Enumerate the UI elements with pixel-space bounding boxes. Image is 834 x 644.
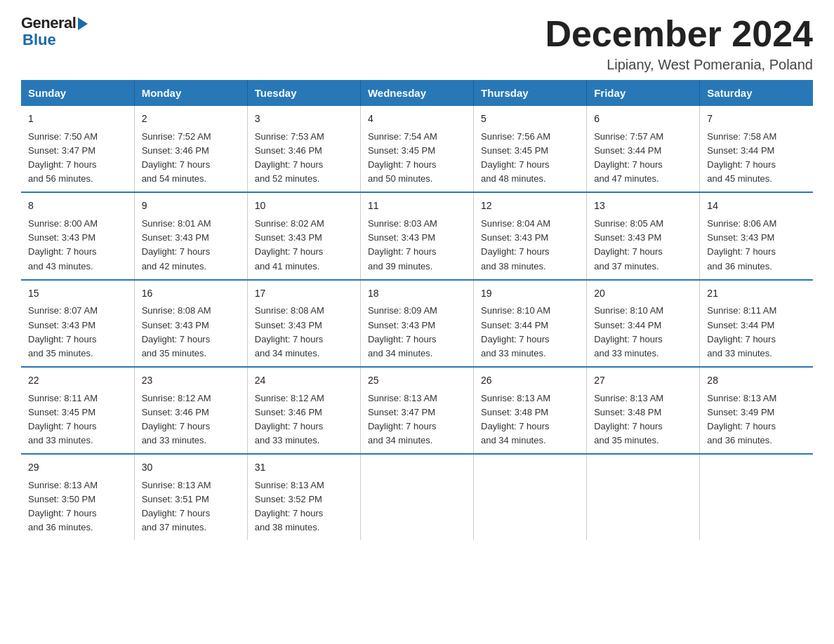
day-info: Sunrise: 7:54 AMSunset: 3:45 PMDaylight:… <box>368 131 437 184</box>
calendar-cell: 14Sunrise: 8:06 AMSunset: 3:43 PMDayligh… <box>700 192 813 279</box>
day-info: Sunrise: 8:08 AMSunset: 3:43 PMDaylight:… <box>255 305 324 358</box>
day-info: Sunrise: 7:52 AMSunset: 3:46 PMDaylight:… <box>142 131 211 184</box>
col-header-thursday: Thursday <box>474 80 587 106</box>
col-header-wednesday: Wednesday <box>360 80 473 106</box>
logo-blue-text: Blue <box>22 31 56 49</box>
col-header-saturday: Saturday <box>700 80 813 106</box>
day-info: Sunrise: 8:09 AMSunset: 3:43 PMDaylight:… <box>368 305 437 358</box>
day-number: 17 <box>255 286 353 302</box>
day-info: Sunrise: 8:05 AMSunset: 3:43 PMDaylight:… <box>594 218 663 271</box>
calendar-cell <box>360 454 473 540</box>
day-info: Sunrise: 8:03 AMSunset: 3:43 PMDaylight:… <box>368 218 437 271</box>
calendar-cell: 1Sunrise: 7:50 AMSunset: 3:47 PMDaylight… <box>21 106 134 192</box>
calendar-cell: 9Sunrise: 8:01 AMSunset: 3:43 PMDaylight… <box>134 192 247 279</box>
calendar-week-row: 1Sunrise: 7:50 AMSunset: 3:47 PMDaylight… <box>21 106 813 192</box>
calendar-header-row: SundayMondayTuesdayWednesdayThursdayFrid… <box>21 80 813 106</box>
day-number: 1 <box>28 112 127 127</box>
day-info: Sunrise: 7:53 AMSunset: 3:46 PMDaylight:… <box>255 131 324 184</box>
day-number: 13 <box>594 199 692 214</box>
calendar-cell: 15Sunrise: 8:07 AMSunset: 3:43 PMDayligh… <box>21 280 134 367</box>
day-info: Sunrise: 8:13 AMSunset: 3:48 PMDaylight:… <box>481 393 550 445</box>
calendar-cell: 27Sunrise: 8:13 AMSunset: 3:48 PMDayligh… <box>587 367 700 454</box>
day-number: 5 <box>481 112 579 127</box>
calendar-week-row: 15Sunrise: 8:07 AMSunset: 3:43 PMDayligh… <box>21 280 813 367</box>
calendar-cell: 2Sunrise: 7:52 AMSunset: 3:46 PMDaylight… <box>134 106 247 192</box>
calendar-cell: 10Sunrise: 8:02 AMSunset: 3:43 PMDayligh… <box>247 192 360 279</box>
calendar-cell: 3Sunrise: 7:53 AMSunset: 3:46 PMDaylight… <box>247 106 360 192</box>
calendar-table: SundayMondayTuesdayWednesdayThursdayFrid… <box>21 80 813 540</box>
logo-general-text: General <box>21 14 76 32</box>
page-title: December 2024 <box>545 14 813 54</box>
calendar-cell: 17Sunrise: 8:08 AMSunset: 3:43 PMDayligh… <box>247 280 360 367</box>
day-number: 7 <box>707 112 806 127</box>
calendar-cell: 11Sunrise: 8:03 AMSunset: 3:43 PMDayligh… <box>360 192 473 279</box>
day-number: 21 <box>707 286 806 302</box>
col-header-monday: Monday <box>134 80 247 106</box>
day-info: Sunrise: 8:08 AMSunset: 3:43 PMDaylight:… <box>142 305 211 358</box>
day-info: Sunrise: 8:06 AMSunset: 3:43 PMDaylight:… <box>707 218 776 271</box>
day-number: 11 <box>368 199 466 214</box>
day-info: Sunrise: 8:13 AMSunset: 3:47 PMDaylight:… <box>368 393 437 445</box>
day-info: Sunrise: 8:13 AMSunset: 3:50 PMDaylight:… <box>28 480 98 532</box>
calendar-cell: 19Sunrise: 8:10 AMSunset: 3:44 PMDayligh… <box>474 280 587 367</box>
day-number: 8 <box>28 199 127 214</box>
calendar-cell: 22Sunrise: 8:11 AMSunset: 3:45 PMDayligh… <box>21 367 134 454</box>
day-info: Sunrise: 8:13 AMSunset: 3:48 PMDaylight:… <box>594 393 663 445</box>
calendar-cell: 20Sunrise: 8:10 AMSunset: 3:44 PMDayligh… <box>587 280 700 367</box>
day-info: Sunrise: 8:10 AMSunset: 3:44 PMDaylight:… <box>594 305 663 358</box>
col-header-sunday: Sunday <box>21 80 134 106</box>
day-info: Sunrise: 8:01 AMSunset: 3:43 PMDaylight:… <box>142 218 211 271</box>
calendar-cell: 16Sunrise: 8:08 AMSunset: 3:43 PMDayligh… <box>134 280 247 367</box>
day-number: 24 <box>255 373 353 389</box>
day-info: Sunrise: 8:13 AMSunset: 3:51 PMDaylight:… <box>142 480 211 532</box>
day-number: 30 <box>142 460 240 476</box>
calendar-cell <box>587 454 700 540</box>
day-info: Sunrise: 8:00 AMSunset: 3:43 PMDaylight:… <box>28 218 98 271</box>
location-subtitle: Lipiany, West Pomerania, Poland <box>545 57 813 73</box>
calendar-week-row: 29Sunrise: 8:13 AMSunset: 3:50 PMDayligh… <box>21 454 813 540</box>
day-info: Sunrise: 7:57 AMSunset: 3:44 PMDaylight:… <box>594 131 663 184</box>
day-number: 27 <box>594 373 692 389</box>
calendar-cell: 26Sunrise: 8:13 AMSunset: 3:48 PMDayligh… <box>474 367 587 454</box>
col-header-tuesday: Tuesday <box>247 80 360 106</box>
calendar-cell: 28Sunrise: 8:13 AMSunset: 3:49 PMDayligh… <box>700 367 813 454</box>
day-number: 9 <box>142 199 240 214</box>
day-info: Sunrise: 7:58 AMSunset: 3:44 PMDaylight:… <box>707 131 776 184</box>
calendar-cell: 12Sunrise: 8:04 AMSunset: 3:43 PMDayligh… <box>474 192 587 279</box>
logo: General Blue <box>21 14 88 49</box>
calendar-week-row: 22Sunrise: 8:11 AMSunset: 3:45 PMDayligh… <box>21 367 813 454</box>
calendar-week-row: 8Sunrise: 8:00 AMSunset: 3:43 PMDaylight… <box>21 192 813 279</box>
logo-arrow-icon <box>78 18 88 30</box>
day-number: 25 <box>368 373 466 389</box>
day-number: 23 <box>142 373 240 389</box>
day-number: 18 <box>368 286 466 302</box>
calendar-cell: 4Sunrise: 7:54 AMSunset: 3:45 PMDaylight… <box>360 106 473 192</box>
calendar-cell: 31Sunrise: 8:13 AMSunset: 3:52 PMDayligh… <box>247 454 360 540</box>
day-number: 28 <box>707 373 806 389</box>
calendar-cell: 5Sunrise: 7:56 AMSunset: 3:45 PMDaylight… <box>474 106 587 192</box>
calendar-cell: 8Sunrise: 8:00 AMSunset: 3:43 PMDaylight… <box>21 192 134 279</box>
day-number: 20 <box>594 286 692 302</box>
day-number: 4 <box>368 112 466 127</box>
day-number: 10 <box>255 199 353 214</box>
day-info: Sunrise: 8:11 AMSunset: 3:45 PMDaylight:… <box>28 393 98 445</box>
day-info: Sunrise: 8:12 AMSunset: 3:46 PMDaylight:… <box>255 393 324 445</box>
calendar-cell <box>474 454 587 540</box>
day-info: Sunrise: 7:56 AMSunset: 3:45 PMDaylight:… <box>481 131 550 184</box>
day-number: 12 <box>481 199 579 214</box>
day-info: Sunrise: 8:12 AMSunset: 3:46 PMDaylight:… <box>142 393 211 445</box>
calendar-cell: 7Sunrise: 7:58 AMSunset: 3:44 PMDaylight… <box>700 106 813 192</box>
day-number: 16 <box>142 286 240 302</box>
calendar-cell <box>700 454 813 540</box>
day-info: Sunrise: 8:13 AMSunset: 3:49 PMDaylight:… <box>707 393 776 445</box>
day-number: 31 <box>255 460 353 476</box>
calendar-cell: 18Sunrise: 8:09 AMSunset: 3:43 PMDayligh… <box>360 280 473 367</box>
calendar-cell: 21Sunrise: 8:11 AMSunset: 3:44 PMDayligh… <box>700 280 813 367</box>
day-info: Sunrise: 8:07 AMSunset: 3:43 PMDaylight:… <box>28 305 98 358</box>
calendar-cell: 24Sunrise: 8:12 AMSunset: 3:46 PMDayligh… <box>247 367 360 454</box>
calendar-cell: 13Sunrise: 8:05 AMSunset: 3:43 PMDayligh… <box>587 192 700 279</box>
day-number: 19 <box>481 286 579 302</box>
calendar-cell: 30Sunrise: 8:13 AMSunset: 3:51 PMDayligh… <box>134 454 247 540</box>
day-number: 6 <box>594 112 692 127</box>
day-number: 14 <box>707 199 806 214</box>
